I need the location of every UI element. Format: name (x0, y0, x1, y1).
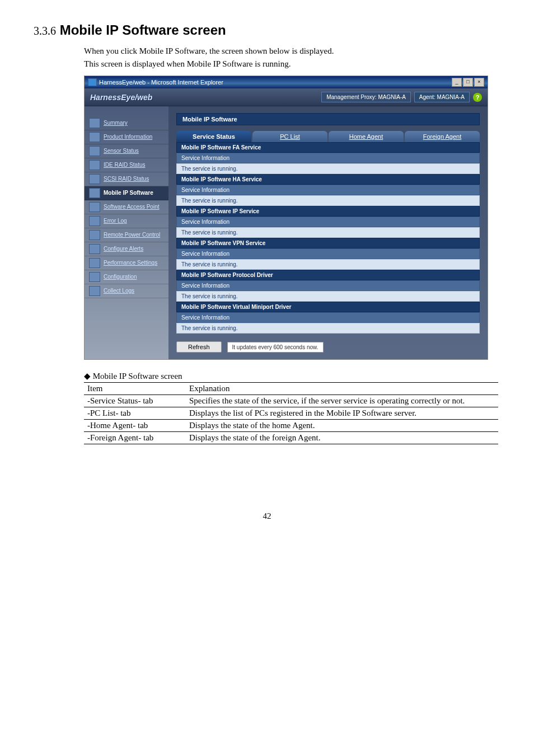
sidebar-item-label: Collect Logs (104, 288, 134, 294)
table-cell-exp: Specifies the state of the service, if t… (186, 395, 498, 407)
sidebar-item-label: Remote Power Control (104, 232, 160, 238)
sidebar-item-error-log[interactable]: Error Log (85, 214, 168, 228)
service-info-header: Service Information (176, 248, 480, 259)
sidebar-item-label: IDE RAID Status (104, 162, 145, 168)
management-proxy-box: Management Proxy: MAGNIA-A (321, 92, 411, 102)
ie-icon (88, 78, 97, 86)
sidebar-item-sensor-status[interactable]: Sensor Status (85, 144, 168, 158)
sidebar-item-product-info[interactable]: Product Information (85, 130, 168, 144)
info-icon (89, 118, 100, 128)
tab-foreign-agent[interactable]: Foreign Agent (405, 131, 480, 142)
mobile-icon (89, 188, 100, 198)
sidebar-item-summary[interactable]: Summary (85, 116, 168, 130)
sidebar-item-label: Configuration (104, 274, 137, 280)
service-status-text: The service is running. (176, 291, 480, 302)
app-header: HarnessEye/web Management Proxy: MAGNIA-… (85, 88, 488, 106)
minimize-button[interactable]: _ (452, 78, 462, 87)
product-icon (89, 132, 100, 142)
sidebar-item-ide-raid[interactable]: IDE RAID Status (85, 158, 168, 172)
tab-row: Service Status PC List Home Agent Foreig… (176, 131, 480, 142)
sidebar-item-scsi-raid[interactable]: SCSI RAID Status (85, 172, 168, 186)
service-name: Mobile IP Software VPN Service (176, 238, 480, 248)
sidebar-item-label: Mobile IP Software (104, 190, 153, 196)
collect-icon (89, 286, 100, 296)
config-icon (89, 272, 100, 282)
main-panel: Mobile IP Software Service Status PC Lis… (168, 106, 488, 359)
sidebar-item-performance[interactable]: Performance Settings (85, 256, 168, 270)
table-cell-item: -Home Agent- tab (84, 420, 186, 432)
table-cell-exp: Displays the state of the foreign Agent. (186, 432, 498, 444)
service-info-header: Service Information (176, 217, 480, 227)
service-name: Mobile IP Software IP Service (176, 206, 480, 217)
power-icon (89, 230, 100, 240)
service-fa: Mobile IP Software FA Service Service In… (176, 142, 480, 174)
sidebar-item-label: Performance Settings (104, 260, 157, 266)
service-protocol-driver: Mobile IP Software Protocol Driver Servi… (176, 270, 480, 302)
help-button[interactable]: ? (473, 93, 482, 102)
doc-table: Item Explanation -Service Status- tab Sp… (84, 382, 498, 444)
service-status-text: The service is running. (176, 227, 480, 238)
table-cell-item: -Service Status- tab (84, 395, 186, 407)
service-ha: Mobile IP Software HA Service Service In… (176, 174, 480, 206)
maximize-button[interactable]: □ (463, 78, 473, 87)
alert-icon (89, 244, 100, 254)
sidebar-item-label: Summary (104, 120, 128, 126)
service-vpn: Mobile IP Software VPN Service Service I… (176, 238, 480, 270)
close-button[interactable]: × (474, 78, 484, 87)
refresh-button[interactable]: Refresh (176, 341, 222, 353)
intro-line-2: This screen is displayed when Mobile IP … (84, 59, 291, 68)
sidebar-item-label: Configure Alerts (104, 246, 143, 252)
service-info-header: Service Information (176, 312, 480, 323)
refresh-note: It updates every 600 seconds now. (227, 342, 324, 353)
table-header-explanation: Explanation (186, 383, 498, 395)
sidebar-item-mobile-ip[interactable]: Mobile IP Software (85, 186, 168, 200)
sidebar-item-configure-alerts[interactable]: Configure Alerts (85, 242, 168, 256)
raid-icon (89, 174, 100, 184)
section-title: Mobile IP Software screen (60, 22, 226, 37)
tab-home-agent[interactable]: Home Agent (329, 131, 404, 142)
service-status-text: The service is running. (176, 195, 480, 206)
intro-line-1: When you click Mobile IP Software, the s… (84, 46, 334, 55)
ap-icon (89, 202, 100, 212)
section-heading: 3.3.6 Mobile IP Software screen (34, 22, 500, 38)
sidebar: Summary Product Information Sensor Statu… (85, 106, 168, 359)
panel-title: Mobile IP Software (176, 113, 480, 125)
sensor-icon (89, 146, 100, 156)
app-body: Summary Product Information Sensor Statu… (85, 106, 488, 359)
service-ip: Mobile IP Software IP Service Service In… (176, 206, 480, 238)
service-info-header: Service Information (176, 153, 480, 163)
table-cell-item: -Foreign Agent- tab (84, 432, 186, 444)
sidebar-item-access-point[interactable]: Software Access Point (85, 200, 168, 214)
table-cell-exp: Displays the state of the home Agent. (186, 420, 498, 432)
sidebar-item-remote-power[interactable]: Remote Power Control (85, 228, 168, 242)
tab-service-status[interactable]: Service Status (176, 131, 251, 142)
service-status-text: The service is running. (176, 259, 480, 270)
page-number: 42 (34, 511, 500, 521)
table-cell-item: -PC List- tab (84, 407, 186, 420)
service-status-text: The service is running. (176, 163, 480, 174)
sidebar-item-label: SCSI RAID Status (104, 176, 149, 182)
tab-pc-list[interactable]: PC List (252, 131, 327, 142)
screenshot-window: HarnessEye/web - Microsoft Internet Expl… (84, 76, 488, 360)
service-name: Mobile IP Software FA Service (176, 142, 480, 153)
table-cell-exp: Displays the list of PCs registered in t… (186, 407, 498, 420)
section-number: 3.3.6 (34, 25, 56, 37)
window-titlebar: HarnessEye/web - Microsoft Internet Expl… (85, 76, 488, 88)
service-miniport-driver: Mobile IP Software Virtual Miniport Driv… (176, 302, 480, 334)
raid-icon (89, 160, 100, 170)
table-caption: ◆ Mobile IP Software screen (84, 371, 500, 381)
log-icon (89, 216, 100, 226)
sidebar-item-label: Software Access Point (104, 204, 160, 210)
agent-box: Agent: MAGNIA-A (414, 92, 470, 102)
intro-paragraph: When you click Mobile IP Software, the s… (84, 45, 500, 70)
refresh-row: Refresh It updates every 600 seconds now… (176, 341, 480, 353)
sidebar-item-label: Error Log (104, 218, 127, 224)
sidebar-item-configuration[interactable]: Configuration (85, 270, 168, 284)
service-info-header: Service Information (176, 280, 480, 291)
table-header-item: Item (84, 383, 186, 395)
sidebar-item-label: Sensor Status (104, 148, 139, 154)
app-logo: HarnessEye/web (90, 93, 152, 102)
service-name: Mobile IP Software Protocol Driver (176, 270, 480, 280)
service-name: Mobile IP Software Virtual Miniport Driv… (176, 302, 480, 312)
sidebar-item-collect-logs[interactable]: Collect Logs (85, 284, 168, 298)
